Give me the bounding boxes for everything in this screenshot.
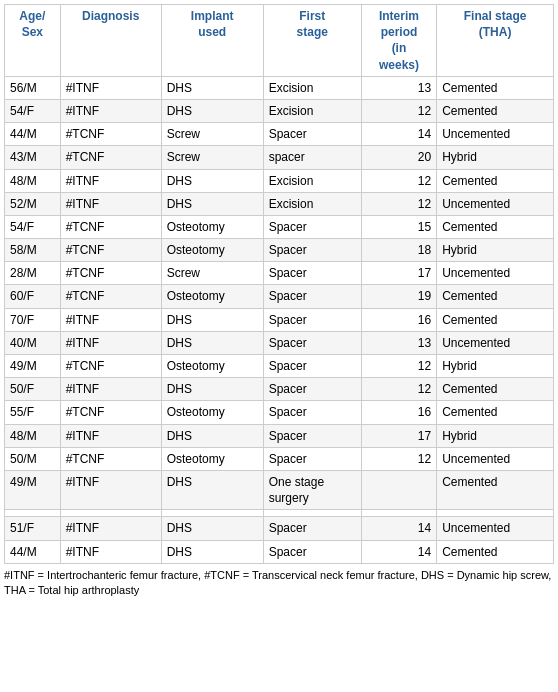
table-row: 44/M#TCNFScrewSpacer14Uncemented <box>5 123 554 146</box>
cell-diagnosis: #TCNF <box>60 262 161 285</box>
cell-interim: 12 <box>361 99 436 122</box>
cell-first_stage: Spacer <box>263 285 361 308</box>
cell-implant: Osteotomy <box>161 285 263 308</box>
cell-first_stage <box>263 510 361 517</box>
table-row: 60/F#TCNFOsteotomySpacer19Cemented <box>5 285 554 308</box>
cell-implant: DHS <box>161 192 263 215</box>
cell-first_stage: Spacer <box>263 355 361 378</box>
cell-first_stage: Excision <box>263 169 361 192</box>
table-row: 49/M#ITNFDHSOne stagesurgeryCemented <box>5 470 554 509</box>
cell-interim: 13 <box>361 76 436 99</box>
cell-final_stage: Hybrid <box>437 424 554 447</box>
cell-first_stage: Excision <box>263 76 361 99</box>
cell-first_stage: Spacer <box>263 540 361 563</box>
cell-implant: Osteotomy <box>161 215 263 238</box>
cell-implant: DHS <box>161 76 263 99</box>
cell-implant <box>161 510 263 517</box>
cell-diagnosis: #ITNF <box>60 378 161 401</box>
table-row: 28/M#TCNFScrewSpacer17Uncemented <box>5 262 554 285</box>
cell-age_sex: 55/F <box>5 401 61 424</box>
cell-implant: DHS <box>161 169 263 192</box>
cell-diagnosis: #ITNF <box>60 99 161 122</box>
cell-implant: DHS <box>161 470 263 509</box>
table-row: 51/F#ITNFDHSSpacer14Uncemented <box>5 517 554 540</box>
table-row: 50/M#TCNFOsteotomySpacer12Uncemented <box>5 447 554 470</box>
cell-implant: Osteotomy <box>161 401 263 424</box>
cell-first_stage: Spacer <box>263 378 361 401</box>
table-row: 55/F#TCNFOsteotomySpacer16Cemented <box>5 401 554 424</box>
cell-first_stage: Spacer <box>263 308 361 331</box>
table-row: 48/M#ITNFDHSExcision12Cemented <box>5 169 554 192</box>
table-row: 43/M#TCNFScrewspacer20Hybrid <box>5 146 554 169</box>
cell-interim: 14 <box>361 540 436 563</box>
cell-first_stage: Spacer <box>263 447 361 470</box>
cell-first_stage: Excision <box>263 192 361 215</box>
cell-age_sex: 49/M <box>5 355 61 378</box>
cell-final_stage: Hybrid <box>437 146 554 169</box>
cell-final_stage: Cemented <box>437 169 554 192</box>
cell-diagnosis: #ITNF <box>60 192 161 215</box>
cell-age_sex: 50/F <box>5 378 61 401</box>
cell-first_stage: Spacer <box>263 262 361 285</box>
col-header-age_sex: Age/Sex <box>5 5 61 77</box>
cell-age_sex: 54/F <box>5 99 61 122</box>
cell-age_sex: 43/M <box>5 146 61 169</box>
cell-diagnosis: #ITNF <box>60 76 161 99</box>
table-row: 52/M#ITNFDHSExcision12Uncemented <box>5 192 554 215</box>
cell-implant: Osteotomy <box>161 355 263 378</box>
cell-diagnosis: #TCNF <box>60 123 161 146</box>
cell-final_stage: Uncemented <box>437 262 554 285</box>
cell-diagnosis: #ITNF <box>60 308 161 331</box>
cell-age_sex: 56/M <box>5 76 61 99</box>
cell-interim: 19 <box>361 285 436 308</box>
cell-implant: DHS <box>161 517 263 540</box>
cell-age_sex: 48/M <box>5 169 61 192</box>
cell-implant: DHS <box>161 99 263 122</box>
cell-first_stage: Spacer <box>263 424 361 447</box>
cell-implant: DHS <box>161 331 263 354</box>
cell-final_stage: Cemented <box>437 76 554 99</box>
data-table: Age/SexDiagnosisImplantusedFirststageInt… <box>4 4 554 564</box>
cell-implant: Osteotomy <box>161 447 263 470</box>
cell-age_sex: 51/F <box>5 517 61 540</box>
cell-implant: DHS <box>161 424 263 447</box>
cell-diagnosis: #TCNF <box>60 146 161 169</box>
cell-diagnosis <box>60 510 161 517</box>
cell-interim: 15 <box>361 215 436 238</box>
cell-diagnosis: #TCNF <box>60 355 161 378</box>
table-row <box>5 510 554 517</box>
cell-interim: 16 <box>361 308 436 331</box>
cell-diagnosis: #TCNF <box>60 285 161 308</box>
cell-implant: Screw <box>161 262 263 285</box>
cell-interim: 14 <box>361 123 436 146</box>
cell-interim: 12 <box>361 355 436 378</box>
cell-interim: 17 <box>361 262 436 285</box>
table-row: 54/F#ITNFDHSExcision12Cemented <box>5 99 554 122</box>
cell-implant: DHS <box>161 540 263 563</box>
cell-first_stage: One stagesurgery <box>263 470 361 509</box>
cell-first_stage: spacer <box>263 146 361 169</box>
cell-age_sex: 44/M <box>5 540 61 563</box>
cell-age_sex: 28/M <box>5 262 61 285</box>
cell-interim: 12 <box>361 169 436 192</box>
cell-diagnosis: #ITNF <box>60 517 161 540</box>
cell-final_stage: Hybrid <box>437 239 554 262</box>
table-row: 50/F#ITNFDHSSpacer12Cemented <box>5 378 554 401</box>
cell-first_stage: Excision <box>263 99 361 122</box>
cell-interim <box>361 470 436 509</box>
cell-diagnosis: #ITNF <box>60 470 161 509</box>
cell-age_sex: 44/M <box>5 123 61 146</box>
cell-diagnosis: #ITNF <box>60 540 161 563</box>
cell-implant: DHS <box>161 308 263 331</box>
cell-final_stage: Cemented <box>437 215 554 238</box>
table-row: 40/M#ITNFDHSSpacer13Uncemented <box>5 331 554 354</box>
cell-first_stage: Spacer <box>263 517 361 540</box>
cell-age_sex: 54/F <box>5 215 61 238</box>
table-row: 58/M#TCNFOsteotomySpacer18Hybrid <box>5 239 554 262</box>
cell-implant: Osteotomy <box>161 239 263 262</box>
cell-age_sex: 60/F <box>5 285 61 308</box>
cell-age_sex <box>5 510 61 517</box>
cell-age_sex: 40/M <box>5 331 61 354</box>
cell-diagnosis: #TCNF <box>60 239 161 262</box>
cell-interim: 12 <box>361 192 436 215</box>
